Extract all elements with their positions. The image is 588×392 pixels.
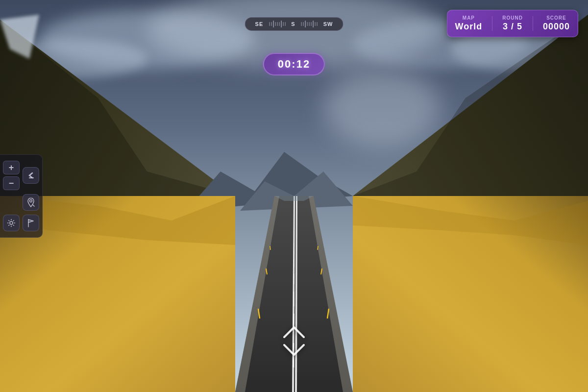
round-value: 3 / 5 — [503, 22, 522, 32]
zoom-controls: + − — [3, 161, 20, 190]
timer-display: 00:12 — [278, 58, 310, 70]
flag-button[interactable] — [23, 215, 39, 231]
compass-ticks-left — [265, 21, 289, 27]
map-label: MAP — [463, 15, 475, 21]
svg-point-42 — [10, 221, 13, 224]
move-forward-button[interactable] — [279, 323, 309, 342]
svg-point-6 — [323, 69, 441, 147]
game-timer: 00:12 — [263, 53, 325, 75]
svg-line-34 — [270, 246, 270, 250]
round-label: ROUND — [502, 15, 523, 21]
svg-line-37 — [318, 246, 318, 250]
score-stat: SCORE 00000 — [543, 15, 570, 32]
location-row — [3, 194, 39, 211]
navigation-arrows[interactable] — [279, 323, 309, 363]
svg-point-40 — [30, 200, 32, 202]
svg-line-41 — [33, 205, 34, 206]
score-label: SCORE — [546, 15, 566, 21]
compass-label-sw: SW — [323, 21, 333, 27]
flag-icon — [26, 219, 35, 227]
divider-2 — [533, 16, 533, 31]
map-stat: MAP World — [455, 15, 483, 32]
score-value: 00000 — [543, 22, 570, 32]
compass-label-s: S — [291, 21, 295, 27]
zoom-out-button[interactable]: − — [3, 176, 20, 190]
map-value: World — [455, 22, 483, 32]
compass-ticks-right — [297, 21, 321, 27]
location-pin-button[interactable] — [23, 194, 39, 211]
move-backward-button[interactable] — [279, 344, 309, 363]
back-button[interactable] — [23, 167, 39, 184]
divider-1 — [492, 16, 492, 31]
settings-button[interactable] — [3, 215, 20, 231]
left-control-panel: + − — [0, 154, 43, 238]
zoom-row: + − — [3, 161, 39, 190]
game-panel: MAP World ROUND 3 / 5 SCORE 00000 — [447, 10, 578, 37]
settings-gear-icon — [7, 219, 16, 227]
settings-row — [3, 215, 39, 231]
zoom-in-button[interactable]: + — [3, 161, 20, 174]
compass-label-se: SE — [255, 21, 264, 27]
location-pin-icon — [26, 197, 35, 207]
round-stat: ROUND 3 / 5 — [502, 15, 523, 32]
compass-bar[interactable]: SE S SW — [245, 17, 343, 31]
back-icon — [26, 171, 35, 180]
